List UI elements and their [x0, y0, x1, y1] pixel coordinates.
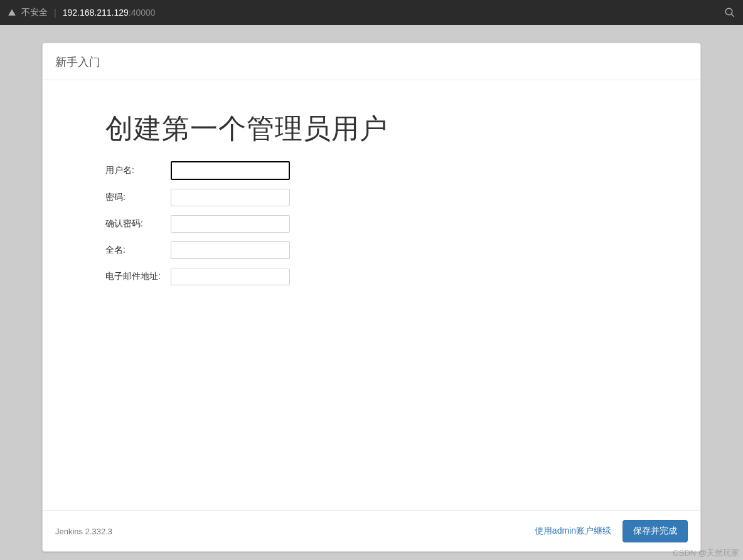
svg-rect-1 [11, 14, 12, 14]
confirm-password-label: 确认密码: [105, 218, 171, 230]
insecure-label: 不安全 [21, 7, 48, 18]
setup-wizard-card: 新手入门 创建第一个管理员用户 用户名: 密码: 确认密码: 全名: 电子邮件地 [42, 43, 701, 552]
warning-icon [8, 8, 16, 17]
url-divider: | [54, 8, 56, 18]
username-input[interactable] [171, 161, 290, 180]
form-row-email: 电子邮件地址: [105, 268, 688, 285]
svg-rect-0 [11, 11, 12, 13]
page-content: 新手入门 创建第一个管理员用户 用户名: 密码: 确认密码: 全名: 电子邮件地 [0, 25, 743, 560]
confirm-password-input[interactable] [171, 215, 290, 233]
form-row-username: 用户名: [105, 161, 688, 180]
fullname-input[interactable] [171, 241, 290, 259]
password-label: 密码: [105, 192, 171, 203]
form-row-confirm: 确认密码: [105, 215, 688, 233]
browser-address-bar: 不安全 | 192.168.211.129:40000 [0, 0, 743, 25]
email-label: 电子邮件地址: [105, 271, 171, 282]
jenkins-version: Jenkins 2.332.3 [55, 527, 112, 536]
search-icon[interactable] [724, 7, 735, 18]
form-row-fullname: 全名: [105, 241, 688, 259]
card-footer: Jenkins 2.332.3 使用admin账户继续 保存并完成 [43, 510, 700, 551]
email-input[interactable] [171, 268, 290, 285]
skip-as-admin-link[interactable]: 使用admin账户继续 [535, 526, 611, 537]
password-input[interactable] [171, 189, 290, 206]
form-title: 创建第一个管理员用户 [105, 110, 688, 147]
card-header-title: 新手入门 [55, 56, 100, 68]
card-header: 新手入门 [43, 43, 700, 80]
svg-line-3 [731, 14, 734, 17]
username-label: 用户名: [105, 165, 171, 176]
url-host: 192.168.211.129 [63, 8, 129, 18]
fullname-label: 全名: [105, 245, 171, 256]
svg-point-2 [725, 8, 732, 15]
url-text[interactable]: 192.168.211.129:40000 [63, 8, 156, 18]
form-row-password: 密码: [105, 189, 688, 206]
save-and-finish-button[interactable]: 保存并完成 [623, 520, 688, 542]
url-port: :40000 [129, 8, 156, 18]
card-body: 创建第一个管理员用户 用户名: 密码: 确认密码: 全名: 电子邮件地址: [43, 80, 700, 510]
